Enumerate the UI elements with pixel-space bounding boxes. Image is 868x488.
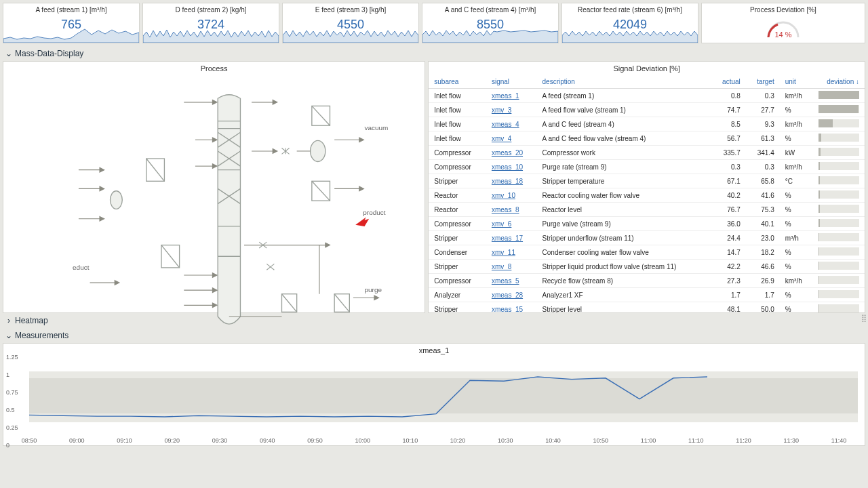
xtick: 09:30: [212, 437, 228, 444]
col-target[interactable]: target: [746, 75, 780, 89]
svg-marker-36: [212, 273, 217, 278]
signal-link[interactable]: xmeas_4: [492, 121, 519, 128]
table-row[interactable]: Compressorxmv_6Purge valve (stream 9)36.…: [429, 217, 865, 231]
cell-signal[interactable]: xmv_3: [486, 103, 537, 117]
signal-link[interactable]: xmeas_20: [492, 149, 523, 157]
table-row[interactable]: Compressorxmeas_10Purge rate (stream 9)0…: [429, 160, 865, 174]
cell-target: 26.9: [746, 274, 780, 288]
signal-link[interactable]: xmv_11: [492, 249, 515, 256]
cell-signal[interactable]: xmeas_4: [486, 117, 537, 131]
table-row[interactable]: Stripperxmv_8Stripper liquid product flo…: [429, 260, 865, 274]
table-row[interactable]: Stripperxmeas_15Stripper level48.150.0%: [429, 302, 865, 314]
col-description[interactable]: description: [537, 75, 711, 89]
signal-link[interactable]: xmeas_17: [492, 235, 523, 242]
col-deviation[interactable]: deviation ↓: [813, 75, 865, 89]
cell-actual: 48.1: [711, 302, 746, 314]
process-diagram[interactable]: vacuum product educt purge: [3, 75, 425, 340]
table-row[interactable]: Stripperxmeas_18Stripper temperature67.1…: [429, 174, 865, 188]
cell-unit: kW: [780, 146, 813, 160]
resize-handle-icon[interactable]: ⣿: [861, 314, 867, 323]
table-row[interactable]: Reactorxmeas_8Reactor level76.775.3%1.0: [429, 203, 865, 217]
measurements-chart[interactable]: 1.25 1 0.75 0.5 0.25 0 08:5009:0009:1009…: [3, 357, 865, 445]
svg-line-11: [312, 106, 330, 125]
cell-signal[interactable]: xmeas_18: [486, 174, 537, 188]
table-row[interactable]: Inlet flowxmv_4A and C feed flow valve (…: [429, 131, 865, 146]
measurements-panel: xmeas_1 1.25 1 0.75 0.5 0.25 0 08:5009:0…: [3, 343, 865, 446]
table-row[interactable]: Inlet flowxmeas_4A and C feed (stream 4)…: [429, 117, 865, 131]
signal-link[interactable]: xmeas_18: [492, 178, 523, 185]
cell-signal[interactable]: xmeas_10: [486, 160, 537, 174]
cell-subarea: Compressor: [429, 217, 486, 231]
signal-link[interactable]: xmv_10: [492, 192, 515, 199]
signal-link[interactable]: xmv_4: [492, 135, 511, 142]
signal-link[interactable]: xmv_8: [492, 263, 511, 270]
cell-signal[interactable]: xmeas_5: [486, 274, 537, 288]
panel-title: Signal Deviation [%]: [429, 62, 865, 75]
cell-description: Purge rate (stream 9): [537, 160, 711, 174]
metric-card-e-feed[interactable]: E feed (stream 3) [kg/h] 4550: [282, 3, 419, 43]
col-subarea[interactable]: subarea: [429, 75, 486, 89]
signal-link[interactable]: xmv_6: [492, 220, 511, 228]
cell-signal[interactable]: xmv_10: [486, 188, 537, 203]
cell-signal[interactable]: xmv_4: [486, 131, 537, 146]
cell-deviation: 0.8: [813, 260, 865, 274]
table-row[interactable]: Stripperxmeas_17Stripper underflow (stre…: [429, 231, 865, 245]
cell-target: 41.6: [746, 188, 780, 203]
cell-signal[interactable]: xmv_11: [486, 245, 537, 260]
cell-actual: 8.5: [711, 117, 746, 131]
cell-target: 23.0: [746, 231, 780, 245]
svg-text:purge: purge: [365, 287, 382, 294]
signal-link[interactable]: xmeas_15: [492, 306, 523, 313]
cell-signal[interactable]: xmeas_28: [486, 288, 537, 302]
signal-link[interactable]: xmeas_28: [492, 291, 523, 299]
xtick: 10:50: [593, 437, 609, 444]
cell-actual: 14.7: [711, 245, 746, 260]
col-unit[interactable]: unit: [780, 75, 813, 89]
metric-label: A feed (stream 1) [m³/h]: [35, 6, 106, 14]
xtick: 09:50: [307, 437, 323, 444]
gauge-icon: 14 %: [763, 17, 804, 41]
metric-label: A and C feed (stream 4) [m³/h]: [445, 6, 536, 14]
signal-link[interactable]: xmv_3: [492, 106, 511, 114]
svg-text:educt: educt: [73, 264, 90, 271]
metric-card-ac-feed[interactable]: A and C feed (stream 4) [m³/h] 8550: [422, 3, 559, 43]
table-row[interactable]: Compressorxmeas_20Compressor work335.734…: [429, 146, 865, 160]
cell-deviation: 35.0: [813, 89, 865, 103]
signal-link[interactable]: xmeas_1: [492, 92, 519, 100]
cell-deviation: 1.0: [813, 203, 865, 217]
metric-card-deviation[interactable]: Process Deviation [%] 14 %: [701, 3, 865, 43]
metric-card-d-feed[interactable]: D feed (stream 2) [kg/h] 3724: [142, 3, 279, 43]
cell-signal[interactable]: xmeas_17: [486, 231, 537, 245]
sparkline: [562, 25, 698, 43]
cell-actual: 76.7: [711, 203, 746, 217]
cell-target: 46.6: [746, 260, 780, 274]
xtick: 10:00: [355, 437, 370, 444]
cell-signal[interactable]: xmv_6: [486, 217, 537, 231]
table-row[interactable]: Analyzerxmeas_28Analyzer1 XF1.71.7%0.5: [429, 288, 865, 302]
cell-unit: %: [780, 302, 813, 314]
cell-signal[interactable]: xmeas_8: [486, 203, 537, 217]
signal-link[interactable]: xmeas_10: [492, 163, 523, 171]
metric-card-reactor-feed[interactable]: Reactor feed rate (stream 6) [m³/h] 4204…: [561, 3, 698, 43]
table-row[interactable]: Reactorxmv_10Reactor cooling water flow …: [429, 188, 865, 203]
cell-signal[interactable]: xmeas_20: [486, 146, 537, 160]
table-row[interactable]: Inlet flowxmv_3A feed flow valve (stream…: [429, 103, 865, 117]
cell-signal[interactable]: xmeas_15: [486, 302, 537, 314]
cell-actual: 24.4: [711, 231, 746, 245]
svg-point-7: [111, 191, 123, 209]
cell-signal[interactable]: xmeas_1: [486, 89, 537, 103]
cell-target: 61.3: [746, 131, 780, 146]
metric-card-a-feed[interactable]: A feed (stream 1) [m³/h] 765: [3, 3, 140, 43]
xtick: 10:30: [498, 437, 513, 444]
cell-signal[interactable]: xmv_8: [486, 260, 537, 274]
col-signal[interactable]: signal: [486, 75, 537, 89]
section-toggle-mass-data[interactable]: ⌄ Mass-Data-Display: [0, 46, 868, 61]
signal-link[interactable]: xmeas_5: [492, 277, 519, 285]
cell-actual: 74.7: [711, 103, 746, 117]
table-row[interactable]: Inlet flowxmeas_1A feed (stream 1)0.80.3…: [429, 89, 865, 103]
signal-link[interactable]: xmeas_8: [492, 206, 519, 214]
pfd-svg: vacuum product educt purge: [3, 75, 425, 340]
col-actual[interactable]: actual: [711, 75, 746, 89]
table-row[interactable]: Condenserxmv_11Condenser cooling water f…: [429, 245, 865, 260]
table-row[interactable]: Compressorxmeas_5Recycle flow (stream 8)…: [429, 274, 865, 288]
